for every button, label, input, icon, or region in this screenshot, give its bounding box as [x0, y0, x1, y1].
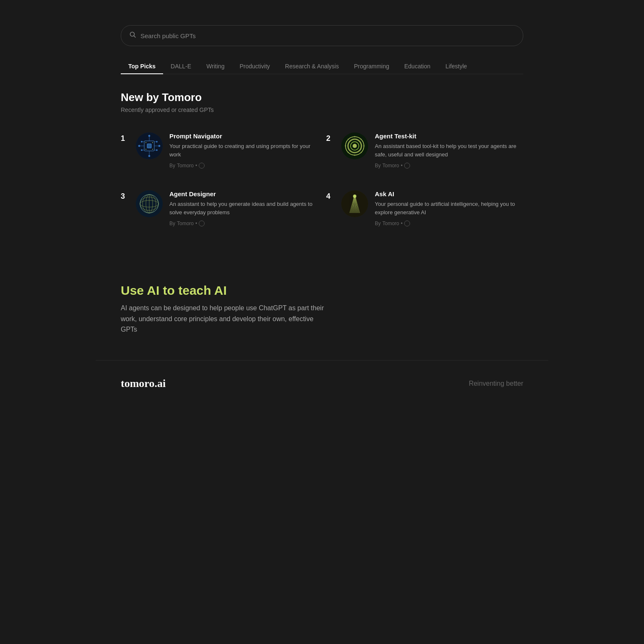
card-author-1: By Tomoro •: [169, 163, 318, 169]
tab-education[interactable]: Education: [397, 59, 438, 74]
section-title: New by Tomoro: [121, 91, 523, 104]
avatar-4: [341, 190, 368, 217]
svg-point-10: [148, 135, 150, 137]
card-name-4: Ask AI: [375, 190, 523, 197]
list-item[interactable]: 3 Agent D: [121, 184, 318, 233]
list-item[interactable]: 2: [326, 126, 523, 175]
avatar-3: [136, 190, 163, 217]
chat-icon-2: [404, 163, 410, 169]
footer-logo: tomoro.ai: [121, 377, 166, 390]
svg-point-60: [353, 195, 356, 198]
svg-rect-20: [147, 144, 151, 148]
card-content-4: Ask AI Your personal guide to artificial…: [375, 190, 523, 226]
tab-productivity[interactable]: Productivity: [232, 59, 277, 74]
promo-section: Use AI to teach AI AI agents can be desi…: [121, 258, 523, 360]
svg-point-16: [141, 141, 143, 143]
tab-writing[interactable]: Writing: [199, 59, 232, 74]
chat-icon-1: [199, 163, 205, 169]
nav-tabs: Top Picks DALL-E Writing Productivity Re…: [121, 59, 523, 74]
card-content-1: Prompt Navigator Your practical guide to…: [169, 132, 318, 169]
svg-point-8: [138, 145, 140, 147]
search-placeholder-text: Search public GPTs: [140, 32, 196, 39]
promo-title: Use AI to teach AI: [121, 283, 523, 298]
svg-rect-22: [152, 142, 153, 143]
cards-grid: 1: [121, 126, 523, 233]
card-description-3: An assistant to help you generate ideas …: [169, 200, 318, 216]
card-number-4: 4: [326, 192, 335, 201]
svg-line-1: [134, 36, 136, 38]
card-name-3: Agent Designer: [169, 190, 318, 197]
card-number-3: 3: [121, 192, 129, 201]
chat-icon-4: [404, 221, 410, 226]
chat-icon-3: [199, 221, 205, 226]
tab-programming[interactable]: Programming: [346, 59, 397, 74]
card-description-1: Your practical guide to creating and usi…: [169, 142, 318, 158]
card-name-2: Agent Test-kit: [375, 132, 523, 140]
avatar-1: [136, 132, 163, 159]
section-header: New by Tomoro Recently approved or creat…: [121, 91, 523, 113]
search-bar[interactable]: Search public GPTs: [121, 25, 523, 46]
svg-point-18: [156, 141, 158, 143]
card-author-2: By Tomoro •: [375, 163, 523, 169]
tab-lifestyle[interactable]: Lifestyle: [438, 59, 475, 74]
svg-point-19: [156, 150, 158, 151]
card-content-2: Agent Test-kit An assistant based tool-k…: [375, 132, 523, 169]
card-name-1: Prompt Navigator: [169, 132, 318, 140]
card-description-2: An assistant based tool-kit to help you …: [375, 142, 523, 158]
tab-dall-e[interactable]: DALL-E: [163, 59, 199, 74]
list-item[interactable]: 4: [326, 184, 523, 233]
card-number-2: 2: [326, 134, 335, 143]
card-content-3: Agent Designer An assistant to help you …: [169, 190, 318, 226]
footer: tomoro.ai Reinventing better: [96, 360, 548, 407]
tab-top-picks[interactable]: Top Picks: [121, 59, 163, 74]
svg-point-29: [353, 144, 357, 148]
card-author-3: By Tomoro •: [169, 221, 318, 226]
footer-tagline: Reinventing better: [469, 380, 523, 387]
promo-text: AI agents can be designed to help people…: [121, 303, 330, 335]
card-description-4: Your personal guide to artificial intell…: [375, 200, 523, 216]
card-author-4: By Tomoro •: [375, 221, 523, 226]
tab-research[interactable]: Research & Analysis: [278, 59, 346, 74]
card-number-1: 1: [121, 134, 129, 143]
search-icon: [130, 31, 136, 40]
svg-point-17: [141, 150, 143, 151]
svg-rect-23: [145, 149, 146, 150]
list-item[interactable]: 1: [121, 126, 318, 175]
svg-point-11: [148, 155, 150, 157]
svg-point-9: [158, 145, 160, 147]
section-subtitle: Recently approved or created GPTs: [121, 106, 523, 113]
svg-rect-24: [152, 149, 153, 150]
svg-rect-21: [145, 142, 146, 143]
avatar-2: [341, 132, 368, 159]
